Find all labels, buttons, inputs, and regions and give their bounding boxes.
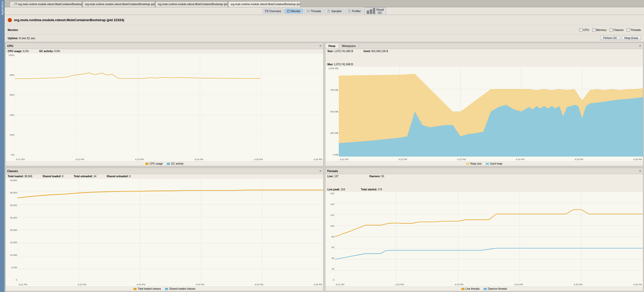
sampler-icon bbox=[327, 10, 331, 12]
heap-chart: 1,000 MB 750 MB 500 MB 250 MB 0 MB 4:21 … bbox=[325, 67, 643, 161]
svg-rect-11 bbox=[367, 10, 369, 14]
legend-heap-color bbox=[466, 163, 469, 165]
nav-monitor[interactable]: Monitor bbox=[285, 9, 303, 13]
tab-3[interactable]: org.mule.runtime.module.reboot.MuleConta… bbox=[155, 1, 228, 7]
heap-dump-button[interactable]: Heap Dump bbox=[622, 36, 641, 40]
nav-threads[interactable]: Threads bbox=[304, 9, 324, 13]
checkbox-classes[interactable]: ✓ Classes bbox=[610, 28, 624, 31]
legend-used-color bbox=[486, 163, 489, 165]
threads-panel-title: Threads bbox=[327, 169, 338, 173]
uptime-text: Uptime: 6 min 51 sec bbox=[8, 37, 35, 40]
classes-panel-title: Classes bbox=[7, 169, 18, 173]
svg-rect-13 bbox=[373, 8, 375, 14]
top-nav: Overview Monitor Threads Sampler Profile… bbox=[5, 7, 644, 15]
profiler-icon bbox=[348, 10, 351, 12]
legend-cpu-color bbox=[145, 163, 148, 165]
tab-4[interactable]: org.mule.runtime.module.reboot.MuleConta… bbox=[228, 1, 301, 7]
heap-panel-stats: Size: 1,073,741,856 B Used: 601,056,136 … bbox=[325, 49, 643, 67]
heap-panel-close[interactable]: ✕ bbox=[639, 44, 641, 48]
tab-2[interactable]: org.mule.runtime.module.reboot.MuleConta… bbox=[83, 1, 155, 7]
svg-rect-1 bbox=[267, 10, 269, 11]
nav-profiler[interactable]: Profiler bbox=[345, 9, 363, 13]
classes-chart-legend: Total loaded classes Shared loaded class… bbox=[6, 286, 323, 291]
app-icon bbox=[8, 18, 12, 22]
perform-gc-button[interactable]: Perform GC bbox=[600, 36, 620, 40]
action-buttons: Perform GC Heap Dump bbox=[600, 36, 641, 40]
svg-rect-0 bbox=[265, 10, 266, 11]
checkbox-cpu[interactable]: ✓ CPU bbox=[579, 28, 589, 31]
legend-gc-activity: GC activity bbox=[167, 162, 183, 165]
heap-panel-header: Heap Metaspace ✕ bbox=[325, 43, 643, 49]
monitor-icon bbox=[287, 10, 290, 12]
monitor-label: Monitor bbox=[8, 28, 18, 31]
applications-label[interactable]: Applications bbox=[1, 0, 4, 16]
legend-total-color bbox=[133, 288, 137, 290]
cpu-chart: 100% 80% 60% 40% 20% 0% 4:21 PM 4:22 PM … bbox=[6, 53, 323, 161]
threads-panel: Threads ✕ Live: 137 Daemon: 53 Live peak… bbox=[325, 168, 643, 291]
svg-rect-3 bbox=[267, 12, 269, 12]
legend-shared-classes: Shared loaded classes bbox=[165, 287, 195, 290]
classes-panel-header: Classes ✕ bbox=[6, 168, 323, 174]
cpu-chart-legend: CPU usage GC activity bbox=[6, 161, 323, 166]
heap-tab-heap[interactable]: Heap bbox=[325, 44, 339, 48]
legend-gc-color bbox=[167, 163, 170, 165]
tab-bar: ...77 org.mule.runtime.module.reboot.Mul… bbox=[5, 0, 644, 7]
cpu-panel-close[interactable]: ✕ bbox=[319, 44, 322, 48]
legend-live-color bbox=[461, 288, 465, 290]
legend-total-classes: Total loaded classes bbox=[133, 287, 161, 290]
cpu-panel-title: CPU bbox=[7, 44, 13, 47]
checkbox-memory[interactable]: ✓ Memory bbox=[592, 28, 607, 31]
overview-icon bbox=[265, 10, 269, 12]
nav-visual-gc[interactable]: Visual GC bbox=[364, 7, 386, 15]
threads-chart-svg bbox=[335, 192, 643, 282]
svg-rect-12 bbox=[370, 9, 372, 14]
cpu-panel-stats: CPU usage: 0.2% GC activity: 0.0% bbox=[6, 49, 323, 53]
legend-daemon-threads: Daemon threads bbox=[484, 287, 507, 290]
cpu-panel-header: CPU ✕ bbox=[6, 43, 323, 49]
threads-panel-header: Threads ✕ bbox=[325, 168, 643, 174]
cpu-usage-stat: CPU usage: 0.2% bbox=[8, 50, 29, 53]
threads-chart-legend: Live threads Daemon threads bbox=[325, 286, 643, 291]
cpu-chart-svg bbox=[15, 53, 323, 157]
threads-panel-close[interactable]: ✕ bbox=[639, 169, 641, 173]
checkbox-group: ✓ CPU ✓ Memory ✓ Classes ✓ Threads bbox=[579, 28, 641, 31]
gc-activity-stat: GC activity: 0.0% bbox=[39, 50, 60, 53]
sidebar: Applications bbox=[0, 0, 5, 292]
svg-rect-2 bbox=[265, 12, 266, 12]
app-title-bar: org.mule.runtime.module.reboot.MuleConta… bbox=[5, 15, 644, 25]
legend-shared-color bbox=[165, 288, 168, 290]
checkbox-threads[interactable]: ✓ Threads bbox=[627, 28, 641, 31]
threads-icon bbox=[307, 10, 310, 12]
svg-rect-14 bbox=[15, 53, 323, 157]
classes-panel: Classes ✕ Total loaded: 38,569 Shared lo… bbox=[5, 168, 324, 291]
classes-panel-close[interactable]: ✕ bbox=[319, 169, 322, 173]
nav-sampler[interactable]: Sampler bbox=[325, 9, 344, 13]
monitor-bar: Monitor ✓ CPU ✓ Memory ✓ Classes ✓ Threa… bbox=[5, 25, 644, 35]
legend-daemon-color bbox=[484, 288, 487, 290]
classes-panel-stats: Total loaded: 38,569 Shared loaded: 0 To… bbox=[6, 174, 323, 179]
tab-1[interactable]: ...77 org.mule.runtime.module.reboot.Mul… bbox=[10, 1, 82, 7]
classes-chart-svg bbox=[18, 179, 323, 282]
heap-chart-svg bbox=[339, 67, 643, 157]
threads-chart: 160 140 120 100 80 60 40 20 0 4:21 PM 4:… bbox=[325, 192, 643, 286]
nav-overview[interactable]: Overview bbox=[263, 9, 284, 13]
heap-chart-legend: Heap size Used heap bbox=[325, 161, 643, 166]
legend-used-heap: Used heap bbox=[486, 162, 502, 165]
main-content: CPU ✕ CPU usage: 0.2% GC activity: 0.0% bbox=[5, 42, 644, 292]
uptime-bar: Uptime: 6 min 51 sec Perform GC Heap Dum… bbox=[5, 35, 644, 42]
threads-panel-stats: Live: 137 Daemon: 53 Live peak: 154 Tota… bbox=[325, 174, 643, 192]
legend-cpu-usage: CPU usage bbox=[145, 162, 163, 165]
heap-tab-metaspace[interactable]: Metaspace bbox=[339, 44, 359, 48]
heap-panel: Heap Metaspace ✕ Size: 1,073,741,856 B U… bbox=[325, 43, 643, 166]
legend-heap-size: Heap size bbox=[466, 162, 482, 165]
visual-gc-icon bbox=[367, 8, 375, 14]
app-title: org.mule.runtime.module.reboot.MuleConta… bbox=[14, 18, 124, 22]
classes-chart: 40,000 35,000 30,000 25,000 20,000 15,00… bbox=[6, 179, 323, 286]
svg-point-10 bbox=[348, 10, 350, 12]
legend-live-threads: Live threads bbox=[461, 287, 480, 290]
heap-tabs: Heap Metaspace bbox=[325, 44, 640, 48]
cpu-panel: CPU ✕ CPU usage: 0.2% GC activity: 0.0% bbox=[5, 43, 324, 166]
